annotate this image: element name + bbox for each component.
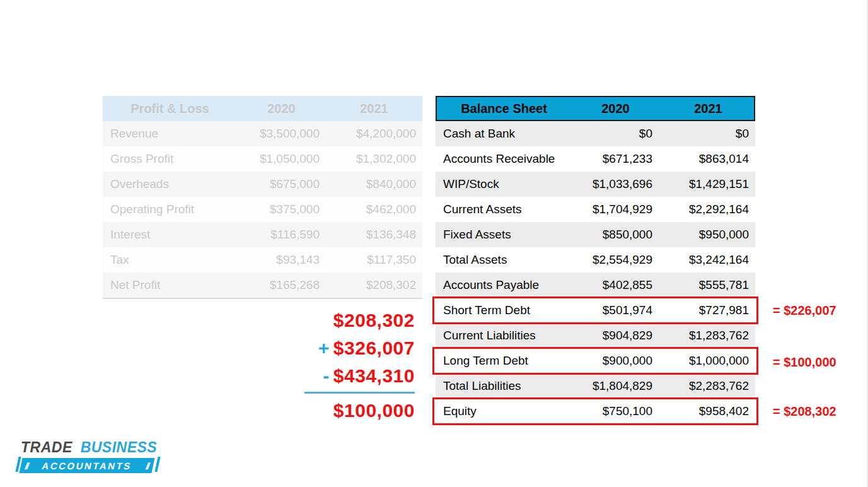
table-row-long-term-debt: Long Term Debt $900,000 $1,000,000 [436,348,755,373]
row-label: Cash at Bank [436,127,570,141]
value-2020: $675,000 [237,177,326,191]
value-2020: $750,100 [570,404,659,418]
logo-slashes-right: // [145,461,150,471]
value-2021: $950,000 [659,228,755,242]
calc-result: $100,000 [296,397,415,425]
value-2021: $2,283,762 [659,379,755,393]
value-2021: $958,402 [659,404,755,418]
row-label: Current Assets [436,202,570,216]
logo-business-text: BUSINESS [81,439,158,455]
row-label: WIP/Stock [436,177,570,191]
row-label: Overheads [103,177,237,191]
column-header-2020: 2020 [571,102,660,116]
value-2020: $1,033,696 [570,177,659,191]
calc-line-1: $208,302 [296,307,415,334]
table-row: Current Assets $1,704,929 $2,292,164 [436,197,755,222]
value-2020: $2,554,929 [570,253,659,267]
calc-line-3: -$434,310 [296,362,415,390]
value-2020: $850,000 [570,228,659,242]
minus-operator: - [323,365,330,386]
row-label: Short Term Debt [436,303,570,317]
row-label: Total Assets [436,253,570,267]
value-2020: $904,829 [570,329,659,343]
table-title: Balance Sheet [437,102,571,116]
value-2021: $555,781 [659,278,755,292]
value-2021: $840,000 [326,177,422,191]
table-row: Revenue $3,500,000 $4,200,000 [103,121,422,146]
value-2021: $4,200,000 [326,127,422,141]
logo: TRADE BUSINESS // ACCOUNTANTS // [21,439,157,473]
annotation-equity: = $208,302 [773,404,864,419]
table-row: Total Liabilities $1,804,829 $2,283,762 [436,373,755,399]
logo-slashes-left: // [24,461,29,471]
row-label: Gross Profit [103,152,237,166]
table-row: Overheads $675,000 $840,000 [103,172,422,197]
table-row: WIP/Stock $1,033,696 $1,429,151 [436,172,755,197]
value-2021: $117,350 [326,253,422,267]
annotation-short-term-debt: = $226,007 [773,303,864,318]
value-2021: $1,283,762 [659,329,755,343]
table-row-equity: Equity $750,100 $958,402 [436,399,755,424]
value-2020: $375,000 [237,202,326,216]
value-2020: $501,974 [570,303,659,317]
slide-canvas: Profit & Loss 2020 2021 Revenue $3,500,0… [0,0,868,487]
logo-trade-text: TRADE [21,439,72,455]
table-row: Gross Profit $1,050,000 $1,302,000 [103,146,422,172]
value-2020: $900,000 [570,354,659,368]
value-2020: $0 [570,127,659,141]
calc-line-2: +$326,007 [296,334,415,362]
row-label: Revenue [103,127,237,141]
value-2020: $671,233 [570,152,659,166]
table-row: Total Assets $2,554,929 $3,242,164 [436,247,755,273]
column-header-2020: 2020 [237,102,326,116]
row-label: Interest [103,228,237,242]
logo-accountants-text: ACCOUNTANTS [41,461,133,471]
table-title: Profit & Loss [103,102,237,116]
annotation-long-term-debt: = $100,000 [773,355,864,370]
value-2021: $208,302 [326,278,422,292]
value-2021: $1,000,000 [659,354,755,368]
logo-wordmark: TRADE BUSINESS [21,439,157,456]
plus-operator: + [318,337,330,358]
calculation-divider [304,392,415,394]
table-row: Net Profit $165,268 $208,302 [103,273,422,298]
row-label: Equity [436,404,570,418]
balance-sheet-header-row: Balance Sheet 2020 2021 [436,96,755,121]
value-2020: $402,855 [570,278,659,292]
value-2021: $2,292,164 [659,202,755,216]
value-2021: $863,014 [659,152,755,166]
value-2020: $1,050,000 [237,152,326,166]
row-label: Operating Profit [103,202,237,216]
table-row: Operating Profit $375,000 $462,000 [103,197,422,222]
value-2021: $0 [659,127,755,141]
table-row: Interest $116,590 $136,348 [103,222,422,247]
column-header-2021: 2021 [326,102,422,116]
value-2020: $116,590 [237,228,326,242]
calc-line-2-value: $326,007 [333,337,415,358]
balance-sheet-table: Balance Sheet 2020 2021 Cash at Bank $0 … [436,96,755,424]
row-label: Long Term Debt [436,354,570,368]
value-2021: $462,000 [326,202,422,216]
value-2020: $1,704,929 [570,202,659,216]
value-2020: $165,268 [237,278,326,292]
table-row: Accounts Payable $402,855 $555,781 [436,273,755,298]
row-label: Tax [103,253,237,267]
row-label: Net Profit [103,278,237,292]
table-row: Fixed Assets $850,000 $950,000 [436,222,755,247]
column-header-2021: 2021 [660,102,756,116]
logo-accountants-bar: // ACCOUNTANTS // [19,458,154,473]
value-2021: $1,302,000 [326,152,422,166]
value-2021: $3,242,164 [659,253,755,267]
calc-line-3-value: $434,310 [333,365,415,386]
value-2021: $1,429,151 [659,177,755,191]
row-label: Accounts Payable [436,278,570,292]
table-row: Accounts Receivable $671,233 $863,014 [436,146,755,172]
table-row: Current Liabilities $904,829 $1,283,762 [436,323,755,348]
value-2020: $1,804,829 [570,379,659,393]
row-label: Total Liabilities [436,379,570,393]
value-2021: $136,348 [326,228,422,242]
value-2020: $93,143 [237,253,326,267]
profit-loss-table: Profit & Loss 2020 2021 Revenue $3,500,0… [103,96,422,299]
calculation-block: $208,302 +$326,007 -$434,310 $100,000 [296,307,415,425]
value-2021: $727,981 [659,303,755,317]
